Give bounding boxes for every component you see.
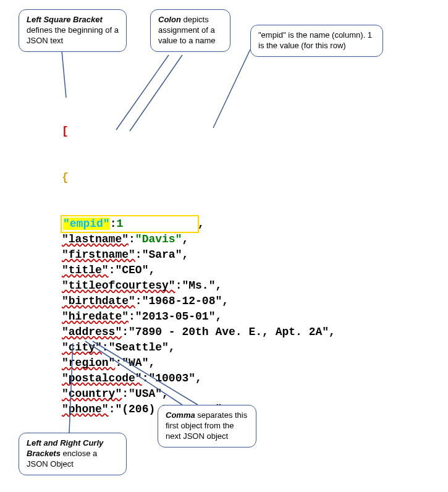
json-value: "1968-12-08": [142, 295, 222, 307]
json-key: "hiredate": [62, 310, 129, 323]
json-value: "2013-05-01": [135, 310, 216, 323]
json-value: "10003": [148, 372, 195, 384]
json-value: "Seattle": [109, 341, 169, 354]
comma: ,: [182, 233, 188, 245]
json-field-line: "title":"CEO",: [62, 263, 336, 278]
json-field-line: "hiredate":"2013-05-01",: [62, 309, 336, 324]
comma: ,: [148, 357, 155, 369]
colon: :: [129, 310, 135, 323]
json-value: "Sara": [142, 248, 182, 261]
json-key: "phone": [62, 403, 109, 415]
comma: ,: [195, 372, 202, 384]
colon: :: [115, 357, 122, 369]
colon: :: [102, 341, 109, 354]
callout-left-bracket: Left Square Bracket defines the beginnin…: [19, 9, 127, 52]
json-key: "empid": [63, 218, 110, 230]
json-field-line: "country":"USA",: [62, 386, 336, 402]
colon: :: [109, 403, 116, 415]
colon: :: [110, 218, 117, 230]
json-value: "Davis": [135, 233, 182, 245]
comma: ,: [169, 341, 175, 354]
colon: :: [142, 372, 149, 384]
json-value: 1: [116, 218, 123, 230]
json-field-line: "postalcode":"10003",: [62, 371, 336, 386]
json-field-line: "titleofcourtesy":"Ms.",: [62, 278, 336, 294]
json-field-line: "birthdate":"1968-12-08",: [62, 294, 336, 309]
json-value: "WA": [122, 357, 148, 369]
colon: :: [135, 295, 142, 307]
colon: :: [135, 248, 142, 261]
comma: ,: [329, 326, 336, 338]
json-fields: "empid":1 ,"lastname":"Davis","firstname…: [62, 216, 336, 417]
colon: :: [109, 264, 116, 276]
comma: ,: [182, 248, 188, 261]
json-field-line: "lastname":"Davis",: [62, 232, 336, 247]
json-field-line: "empid":1 ,: [62, 216, 336, 232]
json-key: "city": [62, 341, 102, 354]
json-key: "address": [62, 326, 122, 338]
json-field-line: "region":"WA",: [62, 355, 336, 371]
json-field-line: "city":"Seattle",: [62, 340, 336, 355]
callout-empid: "empid" is the name (column). 1 is the v…: [250, 25, 383, 57]
json-key: "region": [62, 357, 115, 369]
callout-empid-text: "empid" is the name (column). 1 is the v…: [258, 30, 372, 50]
json-value: "CEO": [115, 264, 148, 276]
svg-line-0: [62, 51, 66, 98]
json-value: "7890 - 20th Ave. E., Apt. 2A": [129, 326, 329, 338]
colon: :: [175, 279, 182, 292]
comma: ,: [222, 295, 229, 307]
json-field-line: "address":"7890 - 20th Ave. E., Apt. 2A"…: [62, 324, 336, 340]
json-key: "country": [62, 388, 122, 400]
json-key: "birthdate": [62, 295, 135, 307]
callout-colon: Colon depicts assignment of a value to a…: [150, 9, 230, 52]
json-key: "firstname": [62, 248, 135, 261]
comma: ,: [162, 388, 169, 400]
json-value: "Ms.": [182, 279, 215, 292]
callout-curly: Left and Right Curly Brackets enclose a …: [19, 433, 127, 475]
colon: :: [122, 388, 129, 400]
callout-colon-bold: Colon: [158, 15, 181, 24]
comma: ,: [148, 264, 155, 276]
callout-left-bracket-rest: defines the beginning of a JSON text: [27, 25, 119, 45]
open-bracket-line: [: [62, 124, 336, 139]
json-key: "lastname": [62, 233, 129, 245]
open-bracket: [: [62, 125, 69, 137]
comma: ,: [215, 310, 222, 323]
colon: :: [122, 326, 129, 338]
highlighted-field: "empid":1: [61, 215, 199, 233]
comma: ,: [198, 218, 205, 230]
json-key: "titleofcourtesy": [62, 279, 175, 292]
json-value: "USA": [129, 388, 162, 400]
open-brace: {: [62, 171, 69, 184]
callout-comma: Comma separates this first object from t…: [158, 405, 256, 447]
comma: ,: [215, 279, 222, 292]
json-key: "title": [62, 264, 109, 276]
callout-comma-bold: Comma: [166, 410, 195, 420]
callout-left-bracket-bold: Left Square Bracket: [27, 15, 103, 24]
json-key: "postalcode": [62, 372, 142, 384]
colon: :: [129, 233, 135, 245]
open-brace-line: {: [62, 170, 336, 185]
json-field-line: "firstname":"Sara",: [62, 247, 336, 263]
